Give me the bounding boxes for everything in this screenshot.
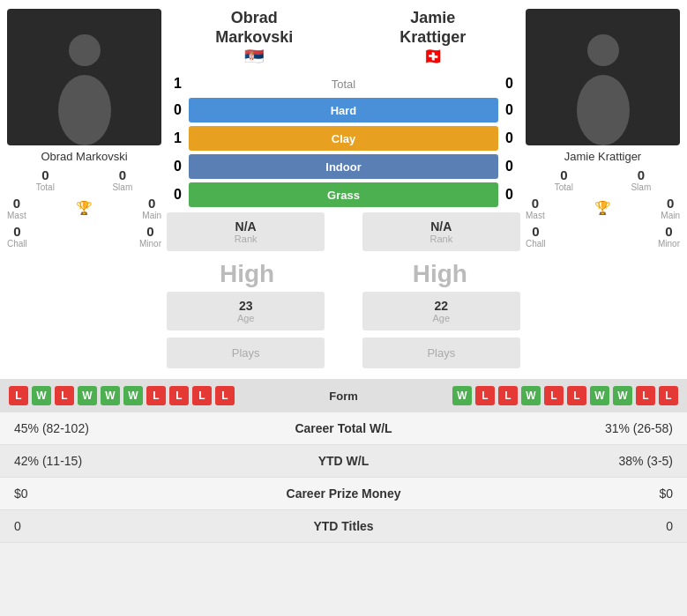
left-player-name: Obrad Markovski — [7, 150, 161, 163]
left-slam-stat: 0 Slam — [112, 167, 132, 192]
left-flag: 🇷🇸 — [167, 47, 342, 66]
grass-surface-btn[interactable]: Grass — [189, 182, 498, 207]
left-form-badge: L — [169, 386, 189, 405]
right-rank-box: N/A Rank — [362, 212, 520, 251]
right-form-badge: L — [544, 386, 564, 405]
right-total-stat: 0 Total — [555, 167, 573, 192]
stats-center-label: YTD Titles — [273, 519, 414, 533]
stats-right-value: $0 — [414, 486, 674, 501]
total-score-right: 0 — [498, 76, 520, 92]
left-total-stat: 0 Total — [36, 167, 55, 192]
right-form-badge: W — [590, 386, 609, 405]
left-age-box: 23 Age — [167, 292, 325, 330]
left-player-photo — [7, 9, 161, 145]
right-flag: 🇨🇭 — [346, 47, 521, 66]
svg-point-2 — [587, 34, 619, 66]
left-main-stat: 0 Main — [142, 196, 161, 220]
stats-right-value: 31% (26-58) — [414, 421, 674, 435]
right-high-label: High — [360, 255, 520, 288]
clay-surface-btn[interactable]: Clay — [189, 126, 498, 151]
left-form-badge: L — [55, 386, 74, 405]
right-form-badge: W — [521, 386, 541, 405]
right-chall-stat: 0 Chall — [526, 224, 546, 249]
left-minor-stat: 0 Minor — [139, 224, 161, 249]
stats-center-label: Career Total W/L — [273, 421, 414, 435]
stats-table: 45% (82-102)Career Total W/L31% (26-58)4… — [0, 412, 687, 543]
hard-score-right: 0 — [498, 102, 520, 118]
form-section: LWLWWWLLLL Form WLLWLLWWLL — [0, 379, 687, 412]
svg-point-0 — [69, 34, 101, 66]
right-form-badge: L — [659, 386, 678, 405]
left-form-badge: L — [192, 386, 212, 405]
right-trophy-icon: 🏆 — [594, 200, 611, 216]
right-player-card: Jamie Krattiger 0 Total 0 Slam 0 Mast 🏆 — [526, 9, 680, 368]
svg-point-3 — [577, 75, 630, 145]
total-score-left: 1 — [167, 76, 189, 92]
stats-row: 42% (11-15)YTD W/L38% (3-5) — [0, 445, 687, 478]
left-form-badge: W — [78, 386, 97, 405]
total-label: Total — [189, 78, 498, 91]
left-trophy-icon: 🏆 — [76, 200, 93, 216]
svg-point-1 — [58, 75, 111, 145]
left-player-card: Obrad Markovski 0 Total 0 Slam 0 Mast 🏆 — [7, 9, 161, 368]
right-mast-stat: 0 Mast — [526, 196, 545, 220]
right-slam-stat: 0 Slam — [631, 167, 651, 192]
stats-center-label: Career Prize Money — [273, 486, 414, 501]
stats-left-value: 0 — [14, 519, 273, 533]
form-label: Form — [291, 390, 397, 403]
left-name-center: ObradMarkovski — [167, 9, 342, 47]
right-form-badge: W — [613, 386, 632, 405]
stats-row: $0Career Prize Money$0 — [0, 478, 687, 510]
left-rank-box: N/A Rank — [167, 212, 325, 251]
right-player-photo — [526, 9, 680, 145]
stats-left-value: $0 — [14, 486, 273, 501]
right-form-badge: L — [636, 386, 655, 405]
left-mast-stat: 0 Mast — [7, 196, 26, 220]
right-form-badge: L — [475, 386, 495, 405]
stats-left-value: 42% (11-15) — [14, 454, 273, 468]
indoor-surface-btn[interactable]: Indoor — [189, 154, 498, 179]
stats-row: 45% (82-102)Career Total W/L31% (26-58) — [0, 412, 687, 445]
right-form-badge: L — [567, 386, 586, 405]
stats-row: 0YTD Titles0 — [0, 510, 687, 543]
right-form-badges: WLLWLLWWLL — [397, 386, 679, 405]
left-high-label: High — [167, 255, 327, 288]
right-plays-box: Plays — [362, 338, 520, 368]
stats-left-value: 45% (82-102) — [14, 421, 273, 435]
left-form-badge: L — [215, 386, 235, 405]
grass-score-right: 0 — [498, 187, 520, 203]
center-stats-col: ObradMarkovski 🇷🇸 JamieKrattiger 🇨🇭 1 To… — [167, 9, 520, 368]
left-form-badge: L — [9, 386, 28, 405]
left-chall-stat: 0 Chall — [7, 224, 27, 249]
right-form-badge: W — [452, 386, 472, 405]
stats-center-label: YTD W/L — [273, 454, 414, 468]
stats-right-value: 38% (3-5) — [414, 454, 674, 468]
left-form-badge: W — [101, 386, 120, 405]
right-form-badge: L — [498, 386, 518, 405]
left-form-badge: W — [123, 386, 143, 405]
right-name-center: JamieKrattiger — [346, 9, 521, 47]
left-plays-box: Plays — [167, 338, 325, 368]
left-form-badges: LWLWWWLLLL — [9, 386, 291, 405]
right-minor-stat: 0 Minor — [658, 224, 680, 249]
right-main-stat: 0 Main — [661, 196, 680, 220]
right-age-box: 22 Age — [362, 292, 520, 330]
hard-surface-btn[interactable]: Hard — [189, 98, 498, 122]
left-form-badge: W — [32, 386, 51, 405]
clay-score-right: 0 — [498, 130, 520, 146]
stats-right-value: 0 — [414, 519, 674, 533]
grass-score-left: 0 — [167, 187, 189, 203]
hard-score-left: 0 — [167, 102, 189, 118]
left-form-badge: L — [146, 386, 166, 405]
indoor-score-right: 0 — [498, 159, 520, 174]
indoor-score-left: 0 — [167, 159, 189, 174]
right-player-name: Jamie Krattiger — [526, 150, 680, 163]
clay-score-left: 1 — [167, 130, 189, 146]
